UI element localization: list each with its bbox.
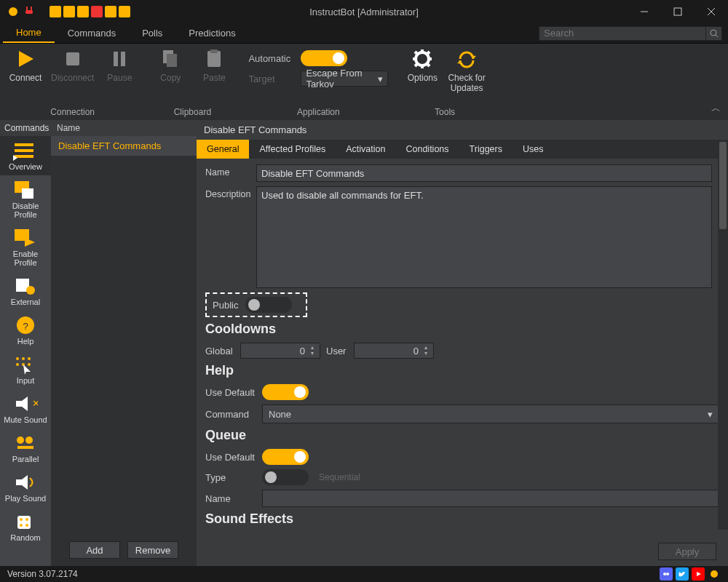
titlebar-badges bbox=[50, 6, 130, 17]
commands-list-panel: Name Disable EFT Commands Add Remove bbox=[51, 120, 197, 566]
tab-home[interactable]: Home bbox=[3, 23, 55, 43]
paste-button[interactable]: Paste bbox=[196, 48, 232, 83]
command-label: Command bbox=[205, 409, 256, 420]
tab-conditions[interactable]: Conditions bbox=[395, 140, 459, 159]
group-label-clipboard: Clipboard bbox=[152, 107, 232, 119]
youtube-icon[interactable] bbox=[692, 567, 705, 581]
svg-marker-29 bbox=[457, 60, 463, 64]
tab-affected-profiles[interactable]: Affected Profiles bbox=[249, 140, 336, 159]
target-label: Target bbox=[248, 73, 292, 84]
user-input[interactable]: 0▴▾ bbox=[354, 343, 434, 359]
copy-button[interactable]: Copy bbox=[152, 48, 189, 83]
rail-parallel[interactable]: Parallel bbox=[0, 428, 51, 468]
svg-rect-53 bbox=[17, 446, 33, 449]
rail-play-sound[interactable]: Play Sound bbox=[0, 468, 51, 507]
svg-line-9 bbox=[716, 35, 718, 37]
svg-text:✕: ✕ bbox=[32, 398, 38, 409]
editor-title: Disable EFT Commands bbox=[197, 120, 728, 140]
badge-icon bbox=[77, 6, 89, 17]
scrollbar[interactable] bbox=[718, 142, 728, 530]
name-label: Name bbox=[205, 164, 256, 178]
maximize-button[interactable] bbox=[661, 0, 695, 23]
automatic-toggle[interactable] bbox=[301, 50, 347, 66]
svg-line-25 bbox=[427, 63, 430, 66]
ribbon: Connect Disconnect Pause Connection Copy… bbox=[0, 44, 728, 120]
badge-icon bbox=[105, 6, 116, 17]
rail-enable-profile[interactable]: Enable Profile bbox=[0, 223, 51, 271]
rail-overview[interactable]: Overview bbox=[0, 136, 51, 175]
connect-button[interactable]: Connect bbox=[7, 48, 44, 83]
svg-rect-30 bbox=[15, 143, 33, 146]
minimize-button[interactable] bbox=[628, 0, 661, 23]
queue-name-input[interactable] bbox=[262, 490, 719, 507]
menu-bar: Home Commands Polls Predictions bbox=[0, 23, 728, 44]
discord-icon[interactable] bbox=[660, 567, 673, 581]
tab-triggers[interactable]: Triggers bbox=[459, 140, 513, 159]
app-mini-icon[interactable] bbox=[708, 567, 721, 581]
rail-help[interactable]: ?Help bbox=[0, 311, 51, 350]
queue-use-default-toggle[interactable] bbox=[262, 449, 309, 465]
tab-uses[interactable]: Uses bbox=[513, 140, 553, 159]
check-updates-button[interactable]: Check for Updates bbox=[448, 48, 485, 93]
window-title: InstructBot [Administrator] bbox=[309, 7, 419, 17]
description-input[interactable] bbox=[256, 186, 712, 288]
rail-disable-profile[interactable]: Disable Profile bbox=[0, 175, 51, 223]
global-label: Global bbox=[205, 346, 234, 356]
tab-commands[interactable]: Commands bbox=[55, 23, 129, 43]
svg-point-44 bbox=[28, 357, 31, 360]
close-button[interactable] bbox=[695, 0, 728, 23]
apply-button[interactable]: Apply bbox=[658, 543, 716, 560]
command-row[interactable]: Disable EFT Commands bbox=[51, 136, 197, 156]
queue-header: Queue bbox=[205, 428, 719, 443]
svg-rect-3 bbox=[25, 10, 33, 14]
rail-external[interactable]: External bbox=[0, 271, 51, 311]
svg-point-19 bbox=[419, 56, 425, 62]
rail-mute-sound[interactable]: ✕Mute Sound bbox=[0, 389, 51, 428]
disconnect-button[interactable]: Disconnect bbox=[51, 48, 94, 83]
svg-point-61 bbox=[666, 573, 669, 575]
twitter-icon[interactable] bbox=[676, 567, 689, 581]
options-button[interactable]: Options bbox=[404, 48, 440, 93]
command-dropdown[interactable]: None▾ bbox=[262, 404, 719, 423]
plug-icon bbox=[23, 6, 35, 17]
badge-icon bbox=[119, 6, 130, 17]
pause-button[interactable]: Pause bbox=[101, 48, 138, 83]
app-icon bbox=[7, 6, 19, 17]
left-rail: Commands Overview Disable Profile Enable… bbox=[0, 120, 51, 566]
svg-rect-5 bbox=[674, 8, 681, 15]
svg-rect-2 bbox=[31, 7, 32, 10]
svg-point-42 bbox=[16, 357, 19, 360]
tab-general[interactable]: General bbox=[197, 140, 249, 159]
tab-predictions[interactable]: Predictions bbox=[175, 23, 248, 43]
public-toggle[interactable] bbox=[245, 297, 292, 313]
add-button[interactable]: Add bbox=[69, 541, 120, 559]
cooldowns-header: Cooldowns bbox=[205, 322, 719, 337]
global-input[interactable]: 0▴▾ bbox=[240, 343, 320, 359]
group-label-tools: Tools bbox=[404, 107, 485, 119]
type-toggle[interactable] bbox=[262, 469, 309, 485]
editor-panel: Disable EFT Commands General Affected Pr… bbox=[197, 120, 728, 566]
tab-activation[interactable]: Activation bbox=[336, 140, 395, 159]
badge-icon bbox=[63, 6, 75, 17]
svg-point-57 bbox=[25, 518, 28, 521]
rail-random[interactable]: Random bbox=[0, 507, 51, 546]
target-dropdown[interactable]: Escape From Tarkov▾ bbox=[301, 71, 388, 87]
help-header: Help bbox=[205, 363, 719, 378]
svg-line-27 bbox=[415, 63, 418, 66]
svg-point-51 bbox=[17, 436, 24, 444]
public-label: Public bbox=[213, 300, 238, 311]
svg-marker-49 bbox=[16, 396, 28, 411]
status-bar: Version 3.07.2174 bbox=[0, 566, 728, 582]
svg-rect-31 bbox=[15, 149, 33, 152]
name-input[interactable] bbox=[256, 164, 712, 182]
search-icon[interactable] bbox=[706, 26, 722, 41]
svg-point-63 bbox=[711, 570, 718, 578]
rail-input[interactable]: Input bbox=[0, 350, 51, 389]
collapse-ribbon-icon[interactable]: ︿ bbox=[711, 102, 721, 115]
svg-point-0 bbox=[9, 7, 17, 16]
svg-point-59 bbox=[25, 524, 28, 527]
help-use-default-toggle[interactable] bbox=[262, 384, 309, 400]
remove-button[interactable]: Remove bbox=[127, 541, 178, 559]
tab-polls[interactable]: Polls bbox=[129, 23, 175, 43]
search-input[interactable] bbox=[539, 26, 706, 41]
